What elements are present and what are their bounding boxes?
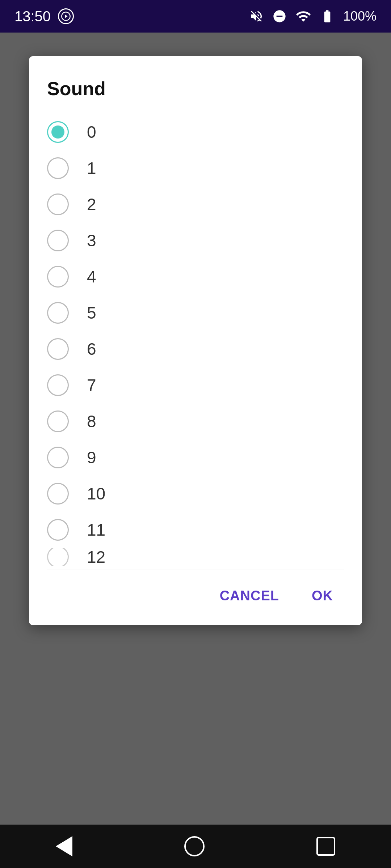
list-item[interactable]: 11: [47, 512, 344, 548]
home-button[interactable]: [184, 836, 205, 856]
list-item[interactable]: 2: [47, 186, 344, 222]
radio-button-4[interactable]: [47, 266, 69, 288]
radio-button-11[interactable]: [47, 519, 69, 541]
home-icon: [184, 836, 205, 856]
options-list: 0 1 2 3 4 5 6: [47, 114, 344, 566]
dialog-buttons: CANCEL OK: [47, 570, 344, 611]
list-item[interactable]: 7: [47, 367, 344, 403]
ok-button[interactable]: OK: [301, 581, 344, 611]
option-label-12: 12: [87, 548, 105, 566]
list-item[interactable]: 4: [47, 259, 344, 295]
dnd-icon: [272, 9, 287, 24]
nav-bar: [0, 825, 391, 868]
option-label-11: 11: [87, 520, 105, 540]
list-item[interactable]: 8: [47, 403, 344, 439]
option-label-4: 4: [87, 267, 96, 286]
list-item[interactable]: 10: [47, 476, 344, 512]
svg-marker-1: [65, 14, 68, 18]
list-item[interactable]: 5: [47, 295, 344, 331]
back-icon: [56, 836, 72, 856]
option-label-10: 10: [87, 484, 105, 503]
media-icon: [58, 8, 74, 24]
option-label-2: 2: [87, 195, 96, 214]
option-label-0: 0: [87, 122, 96, 142]
option-label-8: 8: [87, 412, 96, 431]
radio-button-7[interactable]: [47, 374, 69, 396]
cancel-button[interactable]: CANCEL: [209, 581, 290, 611]
radio-inner-0: [51, 125, 64, 139]
radio-button-8[interactable]: [47, 410, 69, 432]
list-item[interactable]: 12: [47, 548, 344, 566]
radio-button-10[interactable]: [47, 483, 69, 505]
option-label-9: 9: [87, 448, 96, 467]
radio-button-2[interactable]: [47, 193, 69, 215]
wifi-icon: [295, 8, 311, 24]
list-item[interactable]: 6: [47, 331, 344, 367]
radio-button-1[interactable]: [47, 157, 69, 179]
option-label-5: 5: [87, 303, 96, 323]
sound-dialog: Sound 0 1 2 3 4 5: [29, 56, 362, 625]
radio-button-12[interactable]: [47, 548, 69, 566]
status-time: 13:50: [14, 8, 51, 25]
battery-icon: [320, 9, 335, 24]
radio-button-3[interactable]: [47, 230, 69, 251]
mute-icon: [249, 9, 264, 24]
dialog-title: Sound: [47, 78, 344, 99]
status-right: 100%: [249, 8, 377, 24]
option-label-7: 7: [87, 375, 96, 395]
status-bar: 13:50 100%: [0, 0, 391, 33]
battery-text: 100%: [343, 9, 377, 24]
radio-button-0[interactable]: [47, 121, 69, 143]
list-item[interactable]: 0: [47, 114, 344, 150]
back-button[interactable]: [56, 836, 72, 856]
option-label-3: 3: [87, 231, 96, 250]
option-label-1: 1: [87, 158, 96, 178]
radio-button-5[interactable]: [47, 302, 69, 324]
option-label-6: 6: [87, 339, 96, 359]
list-item[interactable]: 1: [47, 150, 344, 186]
list-item[interactable]: 9: [47, 439, 344, 476]
radio-button-9[interactable]: [47, 447, 69, 468]
list-item[interactable]: 3: [47, 222, 344, 259]
recents-icon: [316, 837, 335, 856]
status-left: 13:50: [14, 8, 74, 25]
recents-button[interactable]: [316, 837, 335, 856]
radio-button-6[interactable]: [47, 338, 69, 360]
